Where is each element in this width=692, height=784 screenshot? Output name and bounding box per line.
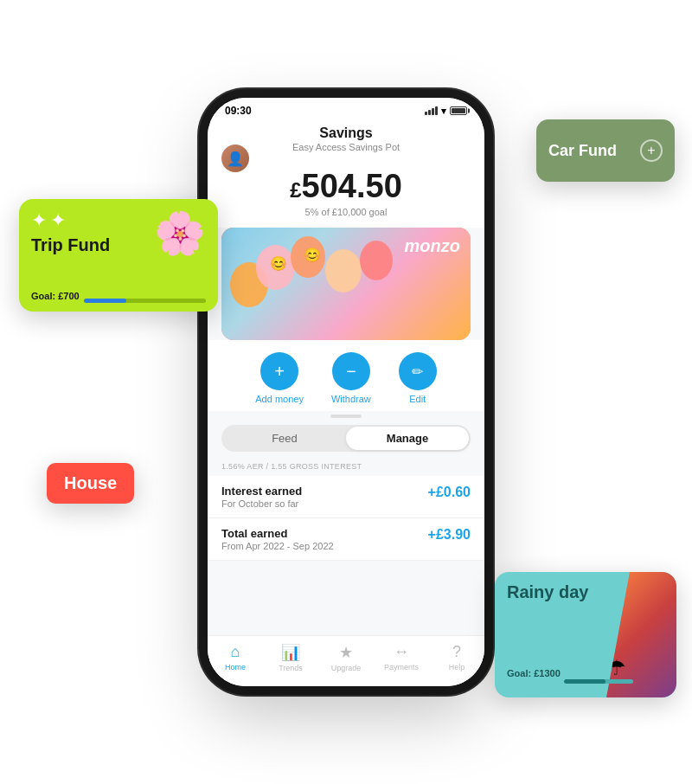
- trends-icon: 📊: [281, 643, 300, 662]
- add-money-label: Add money: [255, 394, 304, 404]
- edit-icon: ✏: [399, 352, 437, 390]
- nav-payments[interactable]: ↔ Payments: [374, 643, 429, 672]
- card-image: 😊 😊 monzo: [221, 228, 471, 340]
- balance-whole: 504: [302, 168, 356, 204]
- trip-fund-card[interactable]: ✦ ✦ Trip Fund 🌸 Goal: £700: [19, 199, 218, 312]
- transaction-info: Interest earned For October so far: [221, 485, 302, 509]
- battery-icon: [450, 106, 467, 115]
- nav-payments-label: Payments: [384, 663, 419, 672]
- add-money-icon: +: [260, 352, 298, 390]
- transactions-list: Interest earned For October so far +£0.6…: [208, 476, 484, 561]
- balance-goal: 5% of £10,000 goal: [221, 207, 471, 217]
- trip-progress-bar: [84, 299, 206, 303]
- withdraw-label: Withdraw: [331, 394, 371, 404]
- rainy-day-goal: Goal: £1300: [507, 668, 561, 678]
- nav-home[interactable]: ⌂ Home: [208, 643, 263, 672]
- transaction-row: Total earned From Apr 2022 - Sep 2022 +£…: [208, 518, 484, 561]
- trip-fund-goal: Goal: £700: [31, 291, 80, 301]
- header: Savings Easy Access Savings Pot: [208, 120, 484, 161]
- currency-symbol: £: [290, 178, 301, 202]
- nav-help[interactable]: ? Help: [429, 643, 484, 672]
- wifi-icon: ▾: [441, 106, 446, 117]
- nav-help-label: Help: [449, 663, 465, 672]
- edit-button[interactable]: ✏ Edit: [399, 352, 437, 404]
- status-icons: ▾: [425, 106, 467, 117]
- tab-manage[interactable]: Manage: [346, 427, 469, 450]
- action-buttons: + Add money − Withdraw ✏ Edit: [208, 340, 484, 411]
- withdraw-button[interactable]: − Withdraw: [331, 352, 371, 404]
- transaction-title: Interest earned: [221, 485, 302, 498]
- page-title: Savings: [319, 125, 372, 141]
- tab-feed[interactable]: Feed: [223, 427, 346, 450]
- drag-handle: [330, 414, 362, 418]
- balloon: [325, 249, 362, 292]
- status-time: 09:30: [225, 105, 252, 117]
- rainy-progress-bar: [564, 679, 633, 684]
- transaction-row: Interest earned For October so far +£0.6…: [208, 476, 484, 518]
- car-fund-add-button[interactable]: +: [640, 139, 663, 162]
- status-bar: 09:30 ▾: [208, 98, 484, 120]
- help-icon: ?: [452, 643, 461, 661]
- rainy-goal-label: Goal:: [507, 668, 531, 678]
- transaction-subtitle: From Apr 2022 - Sep 2022: [221, 541, 334, 551]
- upgrade-icon: ★: [339, 643, 353, 662]
- smiley-face: 😊: [270, 255, 287, 272]
- balance-amount: £504.50: [221, 168, 471, 205]
- nav-home-label: Home: [225, 663, 246, 672]
- phone-shell: 09:30 ▾ 👤 Sav: [208, 98, 484, 686]
- payments-icon: ↔: [394, 643, 409, 661]
- plus-icon: +: [647, 143, 655, 158]
- nav-upgrade[interactable]: ★ Upgrade: [318, 643, 374, 672]
- trip-progress-fill: [84, 299, 126, 303]
- transaction-info: Total earned From Apr 2022 - Sep 2022: [221, 527, 334, 551]
- interest-rate-label: 1.56% AER / 1.55 GROSS INTEREST: [208, 459, 484, 476]
- balance-section: £504.50 5% of £10,000 goal: [208, 161, 484, 228]
- add-money-button[interactable]: + Add money: [255, 352, 304, 404]
- rainy-progress-fill: [564, 679, 606, 684]
- page-subtitle: Easy Access Savings Pot: [292, 142, 400, 152]
- app-scene: 09:30 ▾ 👤 Sav: [0, 0, 692, 784]
- withdraw-icon: −: [332, 352, 370, 390]
- signal-icon: [425, 106, 438, 115]
- balance-decimal: .50: [356, 168, 402, 204]
- sparkle-icon: ✦: [31, 209, 47, 232]
- car-fund-title: Car Fund: [548, 142, 617, 160]
- nav-upgrade-label: Upgrade: [331, 664, 362, 672]
- balloon: [360, 241, 393, 280]
- rainy-goal-amount: £1300: [534, 668, 561, 678]
- nav-trends[interactable]: 📊 Trends: [263, 643, 318, 672]
- house-label[interactable]: House: [47, 463, 134, 504]
- tab-switcher: Feed Manage: [221, 425, 471, 452]
- rainy-day-card[interactable]: Rainy day ☂ Goal: £1300: [495, 572, 676, 697]
- monzo-logo: monzo: [405, 236, 460, 256]
- smiley-face: 😊: [304, 247, 321, 263]
- home-icon: ⌂: [231, 643, 240, 661]
- nav-trends-label: Trends: [279, 664, 303, 672]
- edit-label: Edit: [409, 394, 426, 404]
- flower-icon: 🌸: [154, 209, 206, 258]
- trip-goal-amount: £700: [58, 291, 79, 301]
- avatar[interactable]: 👤: [221, 145, 249, 172]
- transaction-title: Total earned: [221, 527, 334, 540]
- trip-goal-label: Goal:: [31, 291, 55, 301]
- sparkle-icon: ✦: [50, 209, 66, 232]
- umbrella-icon: ☂: [607, 656, 626, 680]
- transaction-amount: +£0.60: [428, 485, 471, 500]
- transaction-subtitle: For October so far: [221, 498, 302, 509]
- phone-screen: 09:30 ▾ 👤 Sav: [208, 98, 484, 686]
- bottom-nav: ⌂ Home 📊 Trends ★ Upgrade ↔ Payments ?: [208, 635, 484, 686]
- transaction-amount: +£3.90: [428, 527, 471, 543]
- car-fund-card[interactable]: Car Fund +: [536, 119, 675, 182]
